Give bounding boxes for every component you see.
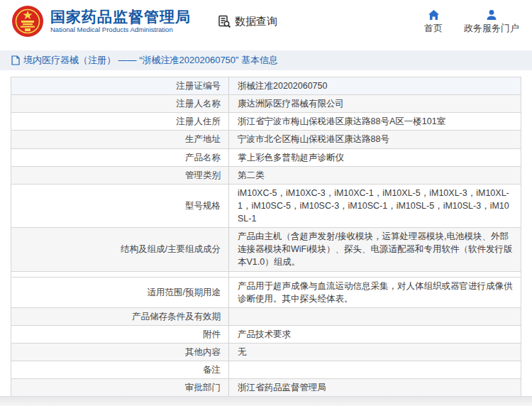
row-label: 注册人名称 xyxy=(11,95,229,113)
site-subtitle: National Medical Products Administration xyxy=(50,26,191,33)
row-label: 管理类别 xyxy=(11,166,229,184)
table-row: 附件 产品技术要求 xyxy=(11,325,521,343)
row-label: 审批部门 xyxy=(11,379,229,397)
nav-portal-label: 政务服务门户 xyxy=(464,22,519,35)
row-value: 产品技术要求 xyxy=(229,325,521,343)
data-query-tab[interactable]: 数据查询 xyxy=(218,15,277,28)
row-label: 结构及组成/主要组成成分 xyxy=(11,228,229,271)
page: 国家药品监督管理局 National Medical Products Admi… xyxy=(0,0,532,406)
table-row: 产品储存条件及有效期 xyxy=(11,307,521,325)
nav-home[interactable]: 首页 xyxy=(424,9,443,35)
table-row: 适用范围/预期用途 产品用于超声成像与血流运动信息采集，对人体组织或器官进行成像… xyxy=(11,277,521,307)
row-value: 掌上彩色多普勒超声诊断仪 xyxy=(229,148,521,166)
table-row: 型号规格 iM10XC-5，iM10XC-3，iM10XC-1，iM10XL-5… xyxy=(11,184,521,227)
row-label: 适用范围/预期用途 xyxy=(11,277,229,307)
row-value: iM10XC-5，iM10XC-3，iM10XC-1，iM10XL-5，iM10… xyxy=(229,184,521,227)
table-row: 生产地址 宁波市北仑区梅山保税港区康达路88号 xyxy=(11,131,521,148)
row-value: 浙械注准20202060750 xyxy=(229,77,521,95)
site-title: 国家药品监督管理局 xyxy=(50,9,191,25)
breadcrumb: 境内医疗器械（注册） —— “浙械注准20202060750” 基本信息 xyxy=(0,50,532,70)
table-row: 审批部门 浙江省药品监督管理局 xyxy=(11,379,521,397)
spacer-row xyxy=(11,271,521,277)
table-row: 结构及组成/主要组成成分 产品由主机（含超声发射/接收模块，运算处理器模块,电池… xyxy=(11,228,521,271)
document-icon xyxy=(11,55,20,65)
user-icon xyxy=(486,9,497,21)
row-label: 生产地址 xyxy=(11,131,229,148)
header-nav: 首页 政务服务门户 xyxy=(424,9,519,35)
row-label: 型号规格 xyxy=(11,184,229,227)
data-query-label: 数据查询 xyxy=(235,15,277,28)
row-value: 产品用于超声成像与血流运动信息采集，对人体组织或器官进行成像供诊断使用。其中探头… xyxy=(229,277,521,307)
row-label xyxy=(11,271,229,277)
footer-band xyxy=(0,396,532,406)
row-value: 第二类 xyxy=(229,166,521,184)
row-value xyxy=(229,361,521,379)
row-label: 备注 xyxy=(11,361,229,379)
national-emblem-logo xyxy=(11,5,44,38)
row-value: 宁波市北仑区梅山保税港区康达路88号 xyxy=(229,131,521,148)
row-label: 注册人住所 xyxy=(11,113,229,131)
table-row: 注册人名称 康达洲际医疗器械有限公司 xyxy=(11,95,521,113)
table-row: 其他内容 无 xyxy=(11,344,521,361)
site-header: 国家药品监督管理局 National Medical Products Admi… xyxy=(0,0,532,44)
registration-info-table: 注册证编号 浙械注准20202060750 注册人名称 康达洲际医疗器械有限公司… xyxy=(11,77,521,406)
table-row: 管理类别 第二类 xyxy=(11,166,521,184)
nav-portal[interactable]: 政务服务门户 xyxy=(464,9,519,35)
table-row: 注册人住所 浙江省宁波市梅山保税港区康达路88号A区一楼101室 xyxy=(11,113,521,131)
table-row: 产品名称 掌上彩色多普勒超声诊断仪 xyxy=(11,148,521,166)
row-value: 浙江省药品监督管理局 xyxy=(229,379,521,397)
row-label: 附件 xyxy=(11,325,229,343)
row-value xyxy=(229,271,521,277)
row-label: 产品储存条件及有效期 xyxy=(11,307,229,325)
row-value: 康达洲际医疗器械有限公司 xyxy=(229,95,521,113)
doc-search-icon xyxy=(218,15,231,28)
row-value xyxy=(229,307,521,325)
row-label: 其他内容 xyxy=(11,344,229,361)
table-row: 备注 xyxy=(11,361,521,379)
nav-home-label: 首页 xyxy=(424,22,443,35)
breadcrumb-text: 境内医疗器械（注册） —— “浙械注准20202060750” 基本信息 xyxy=(23,54,278,67)
row-label: 产品名称 xyxy=(11,148,229,166)
table-row: 注册证编号 浙械注准20202060750 xyxy=(11,77,521,95)
row-value: 浙江省宁波市梅山保税港区康达路88号A区一楼101室 xyxy=(229,113,521,131)
row-label: 注册证编号 xyxy=(11,77,229,95)
row-value: 产品由主机（含超声发射/接收模块，运算处理器模块,电池模块、外部连接器模块和Wi… xyxy=(229,228,521,271)
row-value: 无 xyxy=(229,344,521,361)
home-icon xyxy=(428,9,440,21)
brand-titles: 国家药品监督管理局 National Medical Products Admi… xyxy=(50,9,191,34)
